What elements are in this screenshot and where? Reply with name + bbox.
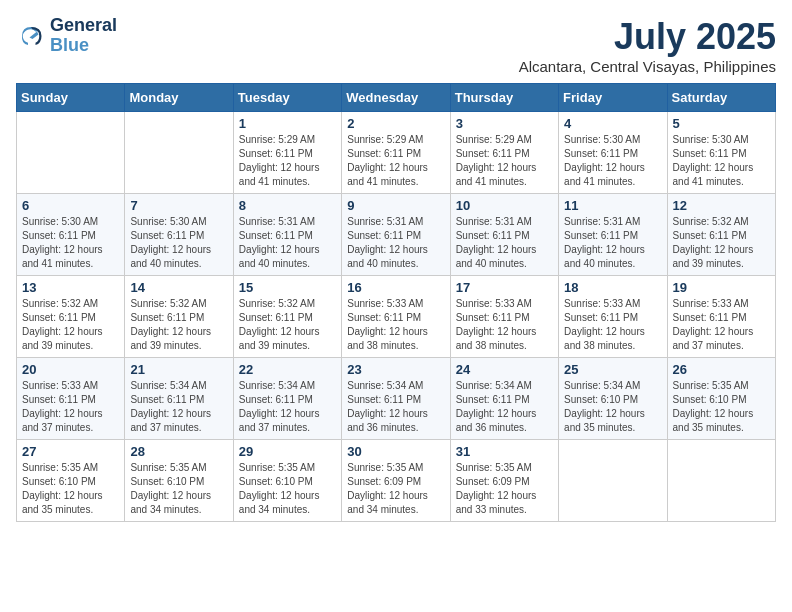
day-info: Sunrise: 5:30 AM Sunset: 6:11 PM Dayligh… [22, 215, 119, 271]
calendar-day-cell: 5Sunrise: 5:30 AM Sunset: 6:11 PM Daylig… [667, 112, 775, 194]
day-info: Sunrise: 5:31 AM Sunset: 6:11 PM Dayligh… [347, 215, 444, 271]
calendar-day-cell: 8Sunrise: 5:31 AM Sunset: 6:11 PM Daylig… [233, 194, 341, 276]
day-info: Sunrise: 5:34 AM Sunset: 6:11 PM Dayligh… [130, 379, 227, 435]
calendar-day-cell: 17Sunrise: 5:33 AM Sunset: 6:11 PM Dayli… [450, 276, 558, 358]
calendar-day-cell: 16Sunrise: 5:33 AM Sunset: 6:11 PM Dayli… [342, 276, 450, 358]
title-block: July 2025 Alcantara, Central Visayas, Ph… [519, 16, 776, 75]
day-number: 8 [239, 198, 336, 213]
calendar-day-cell: 1Sunrise: 5:29 AM Sunset: 6:11 PM Daylig… [233, 112, 341, 194]
day-info: Sunrise: 5:33 AM Sunset: 6:11 PM Dayligh… [673, 297, 770, 353]
calendar-day-cell: 6Sunrise: 5:30 AM Sunset: 6:11 PM Daylig… [17, 194, 125, 276]
calendar-day-cell: 18Sunrise: 5:33 AM Sunset: 6:11 PM Dayli… [559, 276, 667, 358]
day-info: Sunrise: 5:35 AM Sunset: 6:10 PM Dayligh… [130, 461, 227, 517]
calendar-day-cell: 28Sunrise: 5:35 AM Sunset: 6:10 PM Dayli… [125, 440, 233, 522]
calendar-day-cell: 13Sunrise: 5:32 AM Sunset: 6:11 PM Dayli… [17, 276, 125, 358]
calendar-day-cell: 30Sunrise: 5:35 AM Sunset: 6:09 PM Dayli… [342, 440, 450, 522]
day-info: Sunrise: 5:31 AM Sunset: 6:11 PM Dayligh… [456, 215, 553, 271]
calendar-day-cell: 12Sunrise: 5:32 AM Sunset: 6:11 PM Dayli… [667, 194, 775, 276]
day-number: 6 [22, 198, 119, 213]
location-title: Alcantara, Central Visayas, Philippines [519, 58, 776, 75]
calendar-day-header: Sunday [17, 84, 125, 112]
day-number: 26 [673, 362, 770, 377]
day-number: 4 [564, 116, 661, 131]
calendar-day-cell: 11Sunrise: 5:31 AM Sunset: 6:11 PM Dayli… [559, 194, 667, 276]
calendar-day-header: Tuesday [233, 84, 341, 112]
day-info: Sunrise: 5:35 AM Sunset: 6:10 PM Dayligh… [673, 379, 770, 435]
calendar-day-cell: 3Sunrise: 5:29 AM Sunset: 6:11 PM Daylig… [450, 112, 558, 194]
day-info: Sunrise: 5:34 AM Sunset: 6:10 PM Dayligh… [564, 379, 661, 435]
day-number: 22 [239, 362, 336, 377]
calendar-day-header: Friday [559, 84, 667, 112]
calendar-week-row: 20Sunrise: 5:33 AM Sunset: 6:11 PM Dayli… [17, 358, 776, 440]
day-number: 20 [22, 362, 119, 377]
month-title: July 2025 [519, 16, 776, 58]
calendar-week-row: 27Sunrise: 5:35 AM Sunset: 6:10 PM Dayli… [17, 440, 776, 522]
calendar-header-row: SundayMondayTuesdayWednesdayThursdayFrid… [17, 84, 776, 112]
logo-icon [16, 21, 46, 51]
day-number: 3 [456, 116, 553, 131]
calendar-week-row: 13Sunrise: 5:32 AM Sunset: 6:11 PM Dayli… [17, 276, 776, 358]
day-number: 23 [347, 362, 444, 377]
day-number: 17 [456, 280, 553, 295]
day-info: Sunrise: 5:30 AM Sunset: 6:11 PM Dayligh… [564, 133, 661, 189]
calendar-day-cell: 25Sunrise: 5:34 AM Sunset: 6:10 PM Dayli… [559, 358, 667, 440]
day-number: 19 [673, 280, 770, 295]
calendar-day-cell: 27Sunrise: 5:35 AM Sunset: 6:10 PM Dayli… [17, 440, 125, 522]
day-number: 25 [564, 362, 661, 377]
day-number: 13 [22, 280, 119, 295]
day-info: Sunrise: 5:33 AM Sunset: 6:11 PM Dayligh… [456, 297, 553, 353]
calendar-day-header: Thursday [450, 84, 558, 112]
day-number: 16 [347, 280, 444, 295]
day-number: 21 [130, 362, 227, 377]
day-info: Sunrise: 5:32 AM Sunset: 6:11 PM Dayligh… [22, 297, 119, 353]
day-info: Sunrise: 5:32 AM Sunset: 6:11 PM Dayligh… [673, 215, 770, 271]
calendar-day-cell: 4Sunrise: 5:30 AM Sunset: 6:11 PM Daylig… [559, 112, 667, 194]
calendar-day-cell: 10Sunrise: 5:31 AM Sunset: 6:11 PM Dayli… [450, 194, 558, 276]
calendar-day-cell: 7Sunrise: 5:30 AM Sunset: 6:11 PM Daylig… [125, 194, 233, 276]
day-info: Sunrise: 5:34 AM Sunset: 6:11 PM Dayligh… [239, 379, 336, 435]
calendar-day-cell [125, 112, 233, 194]
calendar-week-row: 6Sunrise: 5:30 AM Sunset: 6:11 PM Daylig… [17, 194, 776, 276]
day-info: Sunrise: 5:32 AM Sunset: 6:11 PM Dayligh… [239, 297, 336, 353]
calendar-day-cell: 24Sunrise: 5:34 AM Sunset: 6:11 PM Dayli… [450, 358, 558, 440]
day-info: Sunrise: 5:33 AM Sunset: 6:11 PM Dayligh… [564, 297, 661, 353]
day-number: 5 [673, 116, 770, 131]
day-info: Sunrise: 5:35 AM Sunset: 6:09 PM Dayligh… [456, 461, 553, 517]
day-info: Sunrise: 5:29 AM Sunset: 6:11 PM Dayligh… [456, 133, 553, 189]
calendar-day-cell: 2Sunrise: 5:29 AM Sunset: 6:11 PM Daylig… [342, 112, 450, 194]
calendar-day-cell: 21Sunrise: 5:34 AM Sunset: 6:11 PM Dayli… [125, 358, 233, 440]
calendar-day-header: Wednesday [342, 84, 450, 112]
day-info: Sunrise: 5:33 AM Sunset: 6:11 PM Dayligh… [347, 297, 444, 353]
day-info: Sunrise: 5:29 AM Sunset: 6:11 PM Dayligh… [239, 133, 336, 189]
calendar-day-cell: 31Sunrise: 5:35 AM Sunset: 6:09 PM Dayli… [450, 440, 558, 522]
day-number: 28 [130, 444, 227, 459]
calendar-day-cell: 29Sunrise: 5:35 AM Sunset: 6:10 PM Dayli… [233, 440, 341, 522]
calendar-day-cell [667, 440, 775, 522]
calendar-day-cell: 20Sunrise: 5:33 AM Sunset: 6:11 PM Dayli… [17, 358, 125, 440]
day-number: 9 [347, 198, 444, 213]
day-number: 24 [456, 362, 553, 377]
day-info: Sunrise: 5:31 AM Sunset: 6:11 PM Dayligh… [564, 215, 661, 271]
day-number: 11 [564, 198, 661, 213]
calendar-day-cell: 26Sunrise: 5:35 AM Sunset: 6:10 PM Dayli… [667, 358, 775, 440]
day-number: 30 [347, 444, 444, 459]
calendar-day-header: Monday [125, 84, 233, 112]
day-number: 15 [239, 280, 336, 295]
day-info: Sunrise: 5:30 AM Sunset: 6:11 PM Dayligh… [673, 133, 770, 189]
day-number: 18 [564, 280, 661, 295]
day-info: Sunrise: 5:34 AM Sunset: 6:11 PM Dayligh… [347, 379, 444, 435]
logo: General Blue [16, 16, 117, 56]
day-number: 2 [347, 116, 444, 131]
day-info: Sunrise: 5:34 AM Sunset: 6:11 PM Dayligh… [456, 379, 553, 435]
calendar-day-cell [559, 440, 667, 522]
day-info: Sunrise: 5:30 AM Sunset: 6:11 PM Dayligh… [130, 215, 227, 271]
day-info: Sunrise: 5:35 AM Sunset: 6:10 PM Dayligh… [22, 461, 119, 517]
day-info: Sunrise: 5:31 AM Sunset: 6:11 PM Dayligh… [239, 215, 336, 271]
calendar-day-cell: 22Sunrise: 5:34 AM Sunset: 6:11 PM Dayli… [233, 358, 341, 440]
day-number: 1 [239, 116, 336, 131]
day-number: 29 [239, 444, 336, 459]
day-number: 12 [673, 198, 770, 213]
page-header: General Blue July 2025 Alcantara, Centra… [16, 16, 776, 75]
day-number: 10 [456, 198, 553, 213]
calendar-table: SundayMondayTuesdayWednesdayThursdayFrid… [16, 83, 776, 522]
